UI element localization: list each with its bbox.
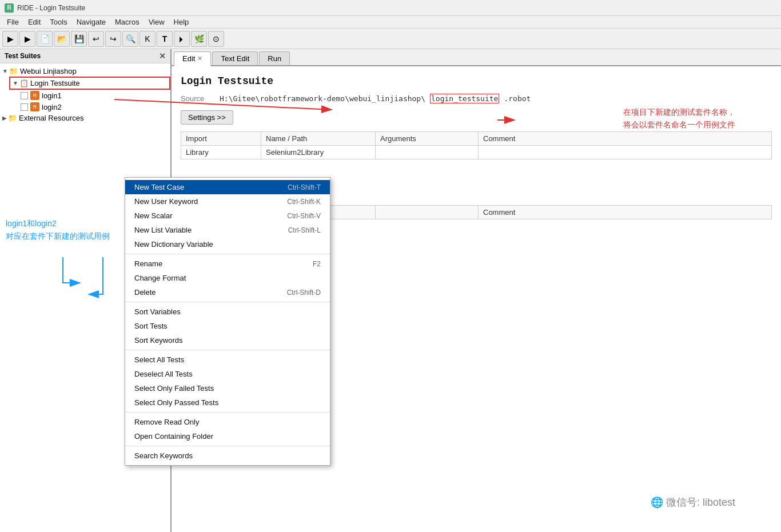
settings-button[interactable]: Settings >> <box>181 110 233 125</box>
annotation-left-line2: 对应在套件下新建的测试用例 <box>6 230 110 242</box>
toolbar-search-btn[interactable]: 🔍 <box>122 31 138 47</box>
tab-edit-close[interactable]: ✕ <box>197 55 202 62</box>
ctx-new-test-case[interactable]: New Test Case Ctrl-Shift-T <box>125 180 330 194</box>
ctx-new-scalar[interactable]: New Scalar Ctrl-Shift-V <box>125 209 330 223</box>
toolbar-open-btn[interactable]: 📂 <box>54 31 70 47</box>
tree-node-login1[interactable]: R login1 <box>18 90 170 101</box>
ctx-open-folder[interactable]: Open Containing Folder <box>125 429 330 443</box>
toolbar-circle-btn[interactable]: ⊙ <box>208 31 224 47</box>
menu-macros[interactable]: Macros <box>110 17 144 27</box>
ctx-select-failed[interactable]: Select Only Failed Tests <box>125 381 330 395</box>
source-path-after: .robot <box>504 94 531 103</box>
ctx-deselect-all-tests[interactable]: Deselect All Tests <box>125 367 330 381</box>
panel-header: Test Suites ✕ <box>0 49 170 63</box>
menu-navigate[interactable]: Navigate <box>72 17 110 27</box>
expand-arrow-webui: ▼ <box>2 68 8 74</box>
ctx-rename[interactable]: Rename F2 <box>125 257 330 271</box>
ctx-label-select-passed: Select Only Passed Tests <box>134 398 218 407</box>
tab-text-edit[interactable]: Text Edit <box>212 51 258 65</box>
ctx-sep-1 <box>125 254 330 254</box>
ctx-sep-5 <box>125 446 330 446</box>
ctx-label-rename: Rename <box>134 259 162 268</box>
ctx-sort-tests[interactable]: Sort Tests <box>125 319 330 333</box>
robot-icon-login1: R <box>30 91 39 100</box>
ctx-sep-4 <box>125 412 330 413</box>
ctx-label-new-scalar: New Scalar <box>134 211 172 220</box>
ctx-delete[interactable]: Delete Ctrl-Shift-D <box>125 285 330 299</box>
cell-library-type: Library <box>181 146 261 159</box>
ctx-new-list-variable[interactable]: New List Variable Ctrl-Shift-L <box>125 223 330 237</box>
toolbar-green-btn[interactable]: 🌿 <box>191 31 207 47</box>
expand-arrow-external: ▶ <box>2 115 7 121</box>
toolbar-run2-btn[interactable]: ▶ <box>19 31 35 47</box>
window-title: RIDE - Login Testsuite <box>17 4 85 12</box>
menu-file[interactable]: File <box>2 17 23 27</box>
annotation-right-line1: 在项目下新建的测试套件名称， <box>623 106 735 118</box>
menu-view[interactable]: View <box>144 17 169 27</box>
robot-icon-login2: R <box>30 102 39 111</box>
ctx-label-select-failed: Select Only Failed Tests <box>134 384 214 393</box>
ctx-shortcut-new-user-keyword: Ctrl-Shift-K <box>287 198 321 206</box>
toolbar-play-btn[interactable]: ⏵ <box>174 31 190 47</box>
tree-node-webui[interactable]: ▼ 📁 Webui Linjiashop <box>0 66 170 77</box>
ctx-shortcut-delete: Ctrl-Shift-D <box>287 289 321 297</box>
ctx-label-change-format: Change Format <box>134 274 186 282</box>
ctx-sep-3 <box>125 350 330 350</box>
context-menu: New Test Case Ctrl-Shift-T New User Keyw… <box>125 177 330 466</box>
tab-run-label: Run <box>268 54 281 63</box>
panel-close-btn[interactable]: ✕ <box>159 51 166 61</box>
toolbar-save-btn[interactable]: 💾 <box>71 31 87 47</box>
suite-icon-login: 📋 <box>19 79 29 87</box>
ctx-label-remove-readonly: Remove Read Only <box>134 418 199 426</box>
ctx-label-open-folder: Open Containing Folder <box>134 432 213 441</box>
ctx-label-new-dict-variable: New Dictionary Variable <box>134 240 213 249</box>
ctx-sort-variables[interactable]: Sort Variables <box>125 305 330 319</box>
toolbar: ▶ ▶ 📄 📂 💾 ↩ ↪ 🔍 K T ⏵ 🌿 ⊙ <box>0 29 781 49</box>
ctx-shortcut-new-test-case: Ctrl-Shift-T <box>288 183 321 191</box>
ctx-label-new-user-keyword: New User Keyword <box>134 197 198 206</box>
ctx-shortcut-rename: F2 <box>313 260 321 268</box>
watermark: 🌐 微信号: libotest <box>651 495 735 509</box>
toolbar-new-btn[interactable]: 📄 <box>37 31 53 47</box>
ctx-label-delete: Delete <box>134 288 156 297</box>
menu-tools[interactable]: Tools <box>45 17 71 27</box>
toolbar-undo-btn[interactable]: ↩ <box>88 31 104 47</box>
ctx-label-new-list-variable: New List Variable <box>134 226 192 234</box>
ctx-remove-readonly[interactable]: Remove Read Only <box>125 415 330 429</box>
table-header: Import Name / Path Arguments Comment <box>181 131 772 146</box>
tree-label-login2: login2 <box>42 103 62 111</box>
ctx-select-passed[interactable]: Select Only Passed Tests <box>125 395 330 410</box>
menu-help[interactable]: Help <box>169 17 194 27</box>
ctx-new-dict-variable[interactable]: New Dictionary Variable <box>125 237 330 251</box>
panel-title: Test Suites <box>5 52 41 60</box>
tree-node-login2[interactable]: R login2 <box>18 101 170 113</box>
ctx-sort-keywords[interactable]: Sort Keywords <box>125 333 330 347</box>
ctx-select-all-tests[interactable]: Select All Tests <box>125 353 330 367</box>
menu-edit[interactable]: Edit <box>23 17 45 27</box>
table-row-library: Library Selenium2Library <box>181 146 772 159</box>
tree-label-login1: login1 <box>42 91 62 100</box>
toolbar-run-btn[interactable]: ▶ <box>2 31 18 47</box>
checkbox-login1[interactable] <box>21 92 28 99</box>
ctx-change-format[interactable]: Change Format <box>125 271 330 285</box>
toolbar-k-btn[interactable]: K <box>140 31 156 47</box>
tab-edit[interactable]: Edit ✕ <box>174 51 211 66</box>
col-import: Import <box>181 132 261 146</box>
tree-label-external: External Resources <box>19 114 83 122</box>
annotation-left: login1和login2 对应在套件下新建的测试用例 <box>6 217 110 243</box>
ctx-label-sort-variables: Sort Variables <box>134 307 181 316</box>
tree-node-login-testsuite[interactable]: ▼ 📋 Login Testsuite <box>9 77 170 90</box>
ctx-new-user-keyword[interactable]: New User Keyword Ctrl-Shift-K <box>125 194 330 209</box>
ctx-search-keywords[interactable]: Search Keywords <box>125 449 330 463</box>
toolbar-t-btn[interactable]: T <box>157 31 173 47</box>
checkbox-login2[interactable] <box>21 103 28 111</box>
tree-label-webui: Webui Linjiashop <box>20 67 77 75</box>
tree-node-external[interactable]: ▶ 📁 External Resources <box>0 113 170 123</box>
ctx-label-sort-tests: Sort Tests <box>134 322 168 330</box>
ctx-label-sort-keywords: Sort Keywords <box>134 336 183 345</box>
annotation-right: 在项目下新建的测试套件名称， 将会以套件名命名一个用例文件 <box>623 106 735 131</box>
tab-run[interactable]: Run <box>259 51 290 65</box>
tab-text-edit-label: Text Edit <box>221 54 249 63</box>
suite-title: Login Testsuite <box>181 75 772 87</box>
toolbar-redo-btn[interactable]: ↪ <box>105 31 121 47</box>
